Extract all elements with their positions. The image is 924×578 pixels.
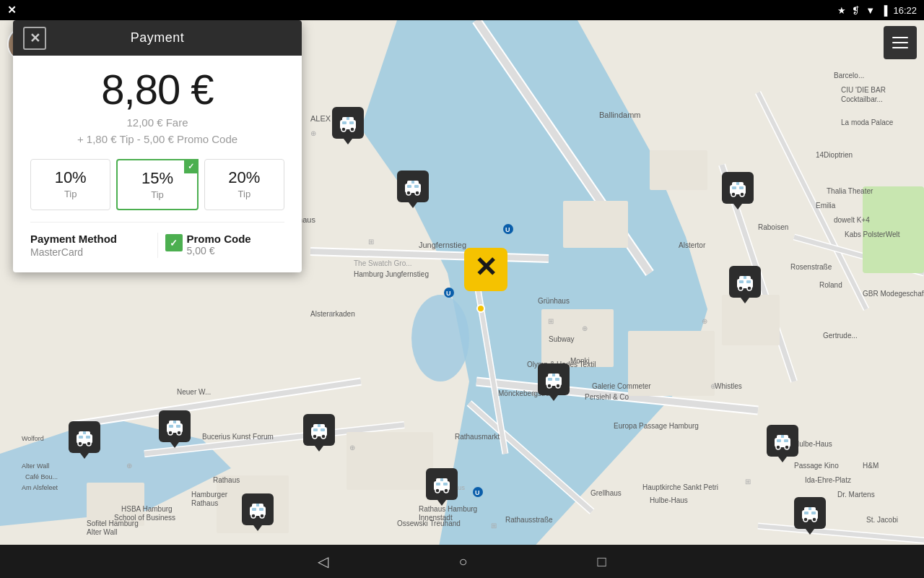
svg-text:ALEX: ALEX bbox=[310, 114, 331, 123]
payment-method-value: MasterCard bbox=[30, 246, 150, 258]
svg-text:Dr. Martens: Dr. Martens bbox=[837, 491, 875, 499]
promo-code-content: Promo Code 5,00 € bbox=[187, 233, 251, 256]
svg-text:La moda Palace: La moda Palace bbox=[841, 118, 894, 126]
time-display: 16:22 bbox=[893, 5, 917, 16]
svg-text:Bucerius Kunst Forum: Bucerius Kunst Forum bbox=[202, 433, 274, 441]
svg-text:Neuer W...: Neuer W... bbox=[177, 388, 211, 396]
amount-display: 8,80 € 12,00 € Fare + 1,80 € Tip - 5,00 … bbox=[30, 69, 284, 147]
svg-text:Rathaus: Rathaus bbox=[191, 499, 218, 507]
signal-icon: ❡ bbox=[852, 5, 860, 16]
svg-rect-28 bbox=[650, 150, 707, 190]
svg-text:HSBA Hamburg: HSBA Hamburg bbox=[121, 505, 173, 513]
svg-text:⊕: ⊕ bbox=[531, 389, 536, 397]
svg-text:Gertrude...: Gertrude... bbox=[823, 332, 858, 340]
svg-text:Café Bou...: Café Bou... bbox=[25, 473, 58, 480]
svg-text:⊕: ⊕ bbox=[126, 462, 132, 470]
svg-text:Jungfernstieg: Jungfernstieg bbox=[419, 241, 466, 249]
svg-text:Hulbe-Haus: Hulbe-Haus bbox=[794, 440, 832, 448]
recent-button[interactable]: □ bbox=[598, 553, 606, 570]
svg-text:Europa Passage Hamburg: Europa Passage Hamburg bbox=[614, 422, 699, 430]
svg-text:Kabs PolsterWelt: Kabs PolsterWelt bbox=[845, 230, 900, 238]
svg-text:Hamburg Jungfernstieg: Hamburg Jungfernstieg bbox=[354, 270, 429, 278]
svg-text:Raboisen: Raboisen bbox=[758, 223, 788, 231]
svg-text:Olymp & Hades Textil: Olymp & Hades Textil bbox=[527, 361, 596, 368]
android-nav-bar: ◁ ○ □ bbox=[0, 545, 924, 578]
payment-close-button[interactable]: ✕ bbox=[23, 27, 46, 50]
svg-text:⊞: ⊞ bbox=[491, 522, 497, 530]
tip-15-check: ✓ bbox=[184, 159, 199, 173]
payment-panel: ✕ Payment 8,80 € 12,00 € Fare + 1,80 € T… bbox=[13, 20, 302, 272]
svg-text:Grünhaus: Grünhaus bbox=[538, 297, 570, 305]
column-divider bbox=[157, 233, 158, 258]
back-button[interactable]: ◁ bbox=[318, 553, 328, 570]
svg-text:✕: ✕ bbox=[474, 252, 497, 282]
fare-line1: 12,00 € Fare bbox=[126, 116, 188, 129]
tip-section: 10% Tip ✓ 15% Tip 20% Tip bbox=[30, 159, 284, 210]
svg-text:Persiehl & Co: Persiehl & Co bbox=[585, 393, 629, 401]
hamburger-line-2 bbox=[892, 42, 908, 43]
svg-text:Barcelo...: Barcelo... bbox=[834, 72, 864, 79]
close-icon: ✕ bbox=[30, 30, 40, 46]
svg-text:14Dioptrien: 14Dioptrien bbox=[816, 151, 853, 159]
tip-15-label: Tip bbox=[122, 189, 192, 200]
svg-text:Mönckebergstraße: Mönckebergstraße bbox=[498, 389, 559, 397]
tip-20-percent: 20% bbox=[209, 168, 279, 187]
tip-15-button[interactable]: ✓ 15% Tip bbox=[116, 159, 198, 210]
tip-10-percent: 10% bbox=[35, 168, 105, 187]
svg-rect-32 bbox=[346, 432, 433, 490]
svg-text:⊞: ⊞ bbox=[548, 317, 554, 325]
svg-text:dowelt K+4: dowelt K+4 bbox=[834, 216, 870, 224]
user-location-marker: ✕ bbox=[461, 244, 511, 298]
svg-text:Rathaus Hamburg: Rathaus Hamburg bbox=[419, 505, 477, 513]
svg-text:Rathausstraße: Rathausstraße bbox=[505, 516, 553, 524]
svg-text:⊕: ⊕ bbox=[310, 129, 316, 137]
svg-text:Ida-Ehre-Platz: Ida-Ehre-Platz bbox=[805, 476, 851, 484]
main-amount: 8,80 € bbox=[30, 69, 284, 111]
svg-text:⊕: ⊕ bbox=[702, 317, 707, 325]
svg-text:Rosenstraße: Rosenstraße bbox=[790, 263, 832, 271]
fare-line2: + 1,80 € Tip - 5,00 € Promo Code bbox=[77, 133, 237, 145]
status-bar: ✕ ★ ❡ ▼ ▐ 16:22 bbox=[0, 0, 924, 20]
svg-text:Wolford: Wolford bbox=[22, 435, 44, 442]
svg-text:⊞: ⊞ bbox=[745, 478, 751, 486]
svg-text:Am Alsfeleet: Am Alsfeleet bbox=[22, 484, 58, 491]
promo-code-column[interactable]: ✓ Promo Code 5,00 € bbox=[165, 233, 285, 258]
svg-text:Grellhaus: Grellhaus bbox=[590, 489, 622, 497]
svg-rect-27 bbox=[563, 201, 628, 248]
tip-10-button[interactable]: 10% Tip bbox=[30, 159, 110, 210]
svg-text:⊞ Rathaus: ⊞ Rathaus bbox=[433, 484, 466, 491]
svg-text:U: U bbox=[446, 290, 451, 297]
svg-text:Whistles: Whistles bbox=[715, 382, 742, 390]
svg-text:Sofitel Hamburg: Sofitel Hamburg bbox=[87, 519, 139, 527]
current-location-dot bbox=[476, 304, 485, 313]
svg-text:Hulbe-Haus: Hulbe-Haus bbox=[650, 496, 688, 504]
svg-text:Rathaus: Rathaus bbox=[213, 476, 240, 484]
tip-20-label: Tip bbox=[209, 189, 279, 199]
svg-text:Thalia Theater: Thalia Theater bbox=[827, 187, 873, 195]
svg-rect-33 bbox=[217, 475, 289, 533]
svg-text:CIU 'DIE BAR: CIU 'DIE BAR bbox=[841, 86, 886, 94]
svg-rect-26 bbox=[863, 186, 924, 273]
svg-text:U: U bbox=[505, 226, 510, 233]
payment-title: Payment bbox=[131, 30, 185, 46]
svg-text:⊕: ⊕ bbox=[582, 324, 588, 332]
svg-text:The Swatch Gro...: The Swatch Gro... bbox=[354, 259, 412, 267]
hamburger-line-1 bbox=[892, 37, 908, 38]
svg-text:H&M: H&M bbox=[863, 462, 879, 470]
svg-text:Alter Wall: Alter Wall bbox=[22, 462, 49, 470]
svg-text:Ballindamm: Ballindamm bbox=[599, 111, 640, 119]
svg-rect-31 bbox=[722, 295, 780, 345]
hamburger-menu[interactable] bbox=[884, 26, 917, 59]
payment-method-column[interactable]: Payment Method MasterCard bbox=[30, 233, 150, 258]
home-button[interactable]: ○ bbox=[458, 553, 467, 570]
hamburger-line-3 bbox=[892, 47, 908, 48]
tip-15-percent: 15% bbox=[122, 169, 192, 188]
svg-text:Rathausmarkt: Rathausmarkt bbox=[455, 433, 500, 441]
payment-method-label: Payment Method bbox=[30, 233, 150, 245]
svg-text:Hauptkirche Sankt Petri: Hauptkirche Sankt Petri bbox=[642, 483, 718, 491]
svg-text:⊕: ⊕ bbox=[710, 382, 716, 390]
tip-20-button[interactable]: 20% Tip bbox=[204, 159, 284, 210]
svg-point-17 bbox=[411, 295, 469, 381]
svg-text:Cocktailbar...: Cocktailbar... bbox=[841, 95, 883, 103]
svg-text:Roland: Roland bbox=[819, 281, 842, 289]
